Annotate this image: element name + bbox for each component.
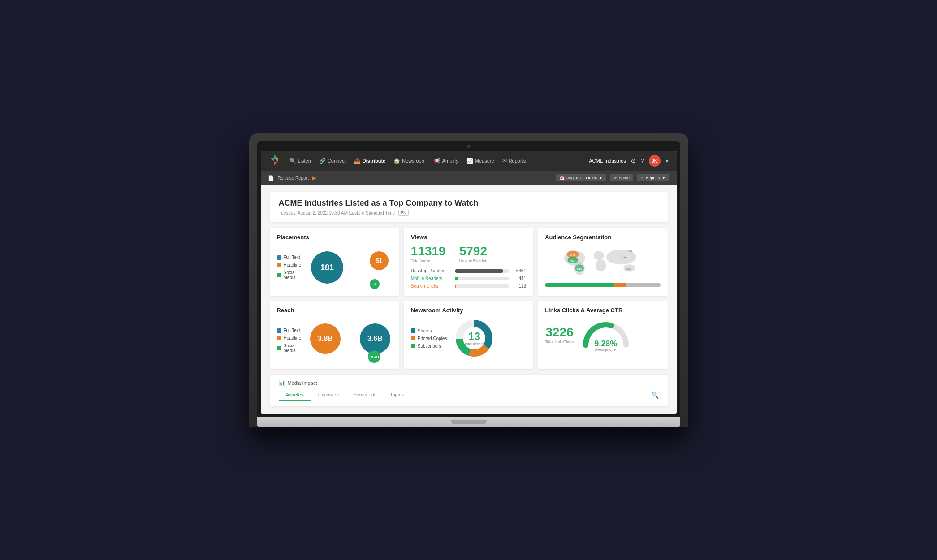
shares-legend: Shares: [411, 328, 447, 333]
legend-social: SocialMedia: [277, 270, 301, 280]
reports-button[interactable]: ⊕ Reports ▼: [637, 174, 669, 181]
reach-card: Reach Full Text Headline: [270, 301, 399, 369]
svg-text:BRA: BRA: [577, 267, 582, 270]
nav-distribute[interactable]: 📤 Distribute: [350, 155, 389, 167]
svg-text:AUS: AUS: [626, 267, 631, 270]
nav-connect[interactable]: 🔗 Connect: [315, 155, 350, 167]
tab-sentiment[interactable]: Sentiment: [346, 389, 383, 401]
audience-bar: [545, 283, 660, 287]
media-impact-icon: 📊: [279, 380, 285, 386]
dropdown-arrow-icon[interactable]: ▼: [665, 159, 669, 164]
donut-label: Total Actions: [464, 342, 484, 346]
nav-items: 🔍 Listen 🔗 Connect 📤 Distribute 🏠 Newsro…: [286, 155, 587, 167]
subnav-right: 📅 Aug 02 to Jun 06 ▼ ↗ Share ⊕ Reports ▼: [556, 174, 669, 181]
printed-legend: Printed Copies: [411, 336, 447, 341]
amplify-icon: 📢: [434, 158, 440, 164]
nav-measure[interactable]: 📈 Measure: [463, 155, 498, 167]
svg-text:USA: USA: [570, 259, 575, 262]
newsroom-legend: Shares Printed Copies Subscribers: [411, 328, 447, 349]
newsroom-icon: 🏠: [393, 158, 400, 164]
nav-reports[interactable]: ✉ Reports: [499, 155, 530, 167]
social-label: SocialMedia: [284, 270, 296, 280]
media-impact-header: 📊 Media Impact: [279, 380, 659, 386]
placements-fulltext-circle: 181: [311, 251, 343, 284]
desktop-bar-fill: [455, 269, 503, 273]
help-icon[interactable]: ?: [641, 157, 644, 164]
total-clicks-stat: 3226 Total Link Clicks: [545, 326, 574, 344]
reach-legend-fulltext: Full Text: [277, 328, 301, 333]
reach-fulltext-label: Full Text: [284, 328, 300, 333]
unique-readers-stat: 5792 Unique Readers: [459, 245, 488, 263]
date-range-button[interactable]: 📅 Aug 02 to Jun 06 ▼: [556, 174, 606, 181]
reports-icon: ✉: [502, 158, 507, 164]
search-bar-row: Search Clicks 113: [411, 284, 526, 289]
svg-point-6: [594, 251, 604, 260]
audience-bar-grey: [626, 283, 660, 287]
world-map-svg: CAN USA BRA KUS CHN: [545, 245, 660, 279]
logo[interactable]: [268, 154, 281, 168]
tab-articles[interactable]: Articles: [279, 389, 311, 401]
ctr-value: 9.28%: [594, 340, 617, 348]
avatar[interactable]: JK: [649, 155, 661, 167]
reach-title: Reach: [277, 307, 392, 314]
svg-marker-1: [274, 158, 278, 162]
views-title: Views: [411, 234, 526, 241]
reach-headline-label: Headline: [284, 336, 301, 340]
reach-headline-dot: [277, 336, 281, 340]
placements-content: Full Text Headline SocialMedia: [277, 245, 392, 290]
audience-title: Audience Segmentation: [545, 234, 660, 241]
calendar-icon: 📅: [560, 176, 565, 180]
placements-social-circle: 6: [370, 279, 380, 289]
release-language: EN: [398, 210, 409, 216]
media-impact-title: Media Impact: [288, 380, 317, 386]
tab-exposure[interactable]: Exposure: [311, 389, 346, 401]
report-icon: 📄: [268, 175, 274, 181]
search-bar-fill: [455, 284, 456, 288]
svg-point-7: [596, 260, 606, 272]
nav-amplify[interactable]: 📢 Amplify: [430, 155, 462, 167]
shares-dot: [411, 328, 415, 333]
svg-text:KUS: KUS: [628, 250, 633, 252]
measure-icon: 📈: [466, 158, 473, 164]
mobile-bar-row: Mobile Readers 441: [411, 276, 526, 281]
mobile-bar-fill: [455, 277, 458, 280]
svg-marker-2: [271, 158, 274, 162]
media-tabs-right: 🔍: [651, 389, 659, 401]
views-top: 11319 Total Views 5792 Unique Readers: [411, 245, 526, 263]
svg-marker-0: [274, 155, 278, 158]
placements-title: Placements: [277, 234, 392, 241]
tab-topics[interactable]: Topics: [383, 389, 411, 401]
subnav-arrow: ▶: [312, 175, 316, 181]
svg-text:CHN: CHN: [622, 256, 627, 259]
audience-card: Audience Segmentation: [538, 228, 667, 296]
distribute-icon: 📤: [354, 158, 361, 164]
fulltext-label: Full Text: [284, 255, 300, 260]
reach-fulltext-dot: [277, 328, 281, 333]
company-name: ACME Industries: [589, 158, 626, 164]
total-clicks-number: 3226: [545, 326, 573, 339]
share-button[interactable]: ↗ Share: [610, 174, 633, 181]
nav-newsroom[interactable]: 🏠 Newsroom: [390, 155, 429, 167]
placements-circles: 181 51 6: [307, 245, 392, 290]
media-impact-section: 📊 Media Impact Articles Exposure Sentime…: [270, 375, 668, 406]
dashboard-grid: Placements Full Text Headline: [270, 228, 668, 369]
unique-readers-label: Unique Readers: [459, 258, 488, 263]
views-bars: Desktop Readers 5351 Mobile Readers: [411, 268, 526, 289]
links-title: Links Clicks & Average CTR: [545, 307, 660, 314]
reach-social-dot: [277, 346, 281, 350]
headline-label: Headline: [284, 263, 301, 267]
ctr-label: Average CTR: [594, 348, 617, 352]
search-button[interactable]: 🔍: [651, 392, 659, 399]
mobile-bar-label: Mobile Readers: [411, 276, 451, 281]
donut-number: 13: [464, 331, 484, 342]
release-header: ACME Industries Listed as a Top Company …: [270, 192, 668, 222]
settings-icon[interactable]: ⚙: [630, 157, 636, 164]
audience-map: CAN USA BRA KUS CHN: [545, 245, 660, 290]
release-meta: Tuesday, August 2, 2022 10:30 AM Eastern…: [279, 210, 659, 216]
reports-btn-icon: ⊕: [640, 176, 644, 180]
nav-listen[interactable]: 🔍 Listen: [286, 155, 315, 167]
newsroom-content: Shares Printed Copies Subscribers: [411, 318, 526, 358]
total-views-number: 11319: [411, 245, 446, 258]
ctr-gauge: 9.28% Average CTR: [581, 318, 630, 352]
search-bar-label: Search Clicks: [411, 284, 451, 289]
